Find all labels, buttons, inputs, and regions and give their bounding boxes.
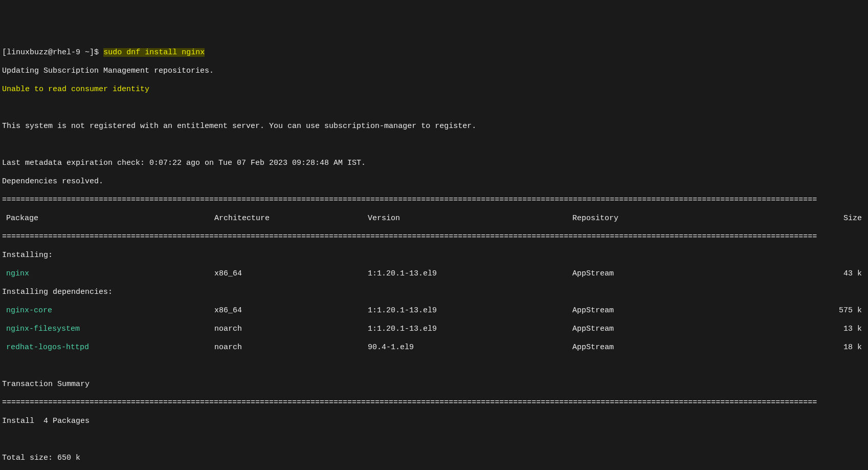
section-deps: Installing dependencies:: [2, 288, 866, 297]
package-size: 18 k: [731, 343, 866, 352]
table-header-row: Package Architecture Version Repository …: [2, 214, 866, 223]
warning-line: Unable to read consumer identity: [2, 85, 866, 94]
package-repo: AppStream: [572, 269, 731, 279]
package-arch: noarch: [214, 325, 368, 334]
package-row: nginx-filesystem noarch 1:1.20.1-13.el9 …: [2, 325, 866, 334]
package-version: 90.4-1.el9: [368, 343, 572, 352]
header-version: Version: [368, 214, 572, 223]
package-repo: AppStream: [572, 325, 731, 334]
package-repo: AppStream: [572, 343, 731, 352]
output-line: Dependencies resolved.: [2, 177, 866, 186]
terminal-output: [linuxbuzz@rhel-9 ~]$ sudo dnf install n…: [2, 39, 866, 470]
header-repo: Repository: [572, 214, 731, 223]
package-row: nginx x86_64 1:1.20.1-13.el9 AppStream 4…: [2, 269, 866, 279]
output-line: Updating Subscription Management reposit…: [2, 67, 866, 76]
output-line: This system is not registered with an en…: [2, 122, 866, 131]
package-name: nginx-core: [2, 306, 214, 315]
package-repo: AppStream: [572, 306, 731, 315]
package-size: 575 k: [731, 306, 866, 315]
package-row: redhat-logos-httpd noarch 90.4-1.el9 App…: [2, 343, 866, 352]
package-arch: x86_64: [214, 269, 368, 279]
package-size: 13 k: [731, 325, 866, 334]
package-arch: noarch: [214, 343, 368, 352]
command-text: sudo dnf install nginx: [103, 48, 205, 57]
package-size: 43 k: [731, 269, 866, 279]
divider: ========================================…: [2, 398, 866, 408]
output-line: Last metadata expiration check: 0:07:22 …: [2, 159, 866, 168]
package-version: 1:1.20.1-13.el9: [368, 325, 572, 334]
package-arch: x86_64: [214, 306, 368, 315]
package-name: nginx: [2, 269, 214, 279]
transaction-summary-title: Transaction Summary: [2, 380, 866, 389]
package-version: 1:1.20.1-13.el9: [368, 306, 572, 315]
total-size: Total size: 650 k: [2, 454, 866, 463]
prompt-line[interactable]: [linuxbuzz@rhel-9 ~]$ sudo dnf install n…: [2, 48, 866, 57]
package-row: nginx-core x86_64 1:1.20.1-13.el9 AppStr…: [2, 306, 866, 315]
header-package: Package: [2, 214, 214, 223]
header-size: Size: [731, 214, 866, 223]
header-arch: Architecture: [214, 214, 368, 223]
divider: ========================================…: [2, 196, 866, 205]
package-name: nginx-filesystem: [2, 325, 214, 334]
divider: ========================================…: [2, 232, 866, 242]
package-name: redhat-logos-httpd: [2, 343, 214, 352]
install-count: Install 4 Packages: [2, 417, 866, 426]
section-installing: Installing:: [2, 251, 866, 260]
package-version: 1:1.20.1-13.el9: [368, 269, 572, 279]
